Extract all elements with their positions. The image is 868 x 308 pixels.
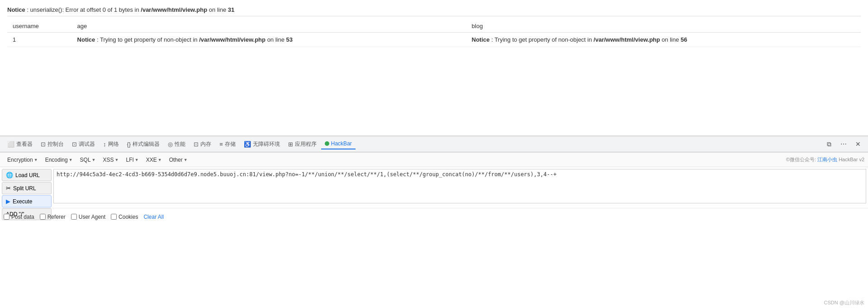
- tab-network-label: 网络: [108, 140, 119, 148]
- user-agent-option[interactable]: User Agent: [71, 214, 105, 220]
- blog-notice-path: /var/www/html/view.php: [593, 36, 660, 43]
- menu-encoding-label: Encoding: [45, 157, 68, 163]
- execute-label: Execute: [13, 198, 32, 205]
- clear-all-button[interactable]: Clear All: [143, 214, 164, 220]
- hackbar-url-area: [53, 169, 866, 206]
- tab-storage-label: 存储: [225, 140, 236, 148]
- notice-bar: Notice : unserialize(): Error at offset …: [7, 4, 861, 16]
- referer-label: Referer: [47, 214, 66, 220]
- tab-console[interactable]: ⊡ 控制台: [37, 139, 67, 150]
- tab-apps[interactable]: ⊞ 应用程序: [285, 139, 320, 150]
- memory-icon: ⊡: [194, 141, 199, 148]
- notice-path: /var/www/html/view.php: [141, 6, 207, 13]
- encryption-arrow-icon: ▼: [34, 158, 38, 162]
- perf-icon: ◎: [168, 141, 173, 148]
- notice-line-text: on line: [209, 6, 228, 13]
- col-header-age: age: [72, 20, 466, 33]
- menu-sql-label: SQL: [80, 157, 91, 163]
- age-notice-label: Notice: [77, 36, 95, 43]
- console-icon: ⊡: [41, 141, 46, 148]
- cell-age: Notice : Trying to get property of non-o…: [72, 33, 466, 47]
- menu-encryption[interactable]: Encryption ▼: [4, 155, 42, 164]
- notice-label: Notice: [7, 6, 25, 13]
- menu-other-label: Other: [169, 157, 183, 163]
- debugger-icon: ⊡: [72, 141, 77, 148]
- devtools-bar: ⬜ 查看器 ⊡ 控制台 ⊡ 调试器 ↕ 网络 {} 样式编辑器 ◎ 性能 ⊡ 内…: [0, 136, 868, 152]
- hackbar-menu: Encryption ▼ Encoding ▼ SQL ▼ XSS ▼ LFI …: [0, 153, 868, 167]
- close-devtools-button[interactable]: ✕: [852, 138, 864, 150]
- notice-text: : unserialize(): Error at offset 0 of 1 …: [27, 6, 141, 13]
- url-input[interactable]: [53, 169, 866, 203]
- tab-a11y-label: 无障碍环境: [253, 140, 280, 148]
- sql-arrow-icon: ▼: [92, 158, 96, 162]
- execute-button[interactable]: ▶ Execute: [2, 195, 52, 207]
- inspector-icon: ⬜: [7, 141, 14, 148]
- tab-memory-label: 内存: [200, 140, 211, 148]
- tab-style-label: 样式编辑器: [133, 140, 160, 148]
- cookies-label: Cookies: [119, 214, 138, 220]
- tab-hackbar[interactable]: HackBar: [321, 139, 356, 149]
- referer-checkbox[interactable]: [40, 214, 46, 220]
- age-notice-line: 53: [286, 36, 293, 43]
- copyright-version: HackBar v2: [839, 157, 864, 162]
- menu-other[interactable]: Other ▼: [166, 155, 191, 164]
- data-table: username age blog 1 Notice : Trying to g…: [7, 20, 861, 47]
- tab-storage[interactable]: ≡ 存储: [216, 139, 239, 150]
- undock-button[interactable]: ⧉: [823, 138, 835, 150]
- menu-sql[interactable]: SQL ▼: [76, 155, 100, 164]
- xss-arrow-icon: ▼: [115, 158, 119, 162]
- tab-debugger[interactable]: ⊡ 调试器: [68, 139, 99, 150]
- menu-encoding[interactable]: Encoding ▼: [42, 155, 76, 164]
- menu-encryption-label: Encryption: [7, 157, 33, 163]
- cookies-option[interactable]: Cookies: [111, 214, 138, 220]
- lfi-arrow-icon: ▼: [135, 158, 139, 162]
- cell-username: 1: [7, 33, 72, 47]
- tab-debugger-label: 调试器: [79, 140, 95, 148]
- cell-blog: Notice : Trying to get property of non-o…: [466, 33, 861, 47]
- post-data-option[interactable]: Post data: [4, 214, 34, 220]
- tab-apps-label: 应用程序: [295, 140, 317, 148]
- hackbar-panel: Encryption ▼ Encoding ▼ SQL ▼ XSS ▼ LFI …: [0, 152, 868, 225]
- referer-option[interactable]: Referer: [40, 214, 66, 220]
- post-data-label: Post data: [11, 214, 34, 220]
- user-agent-checkbox[interactable]: [71, 214, 77, 220]
- menu-lfi-label: LFI: [126, 157, 133, 163]
- other-arrow-icon: ▼: [184, 158, 188, 162]
- tab-perf[interactable]: ◎ 性能: [164, 139, 189, 150]
- hackbar-options: Post data Referer User Agent Cookies Cle…: [0, 208, 868, 225]
- hackbar-dot-icon: [325, 141, 329, 146]
- menu-xss[interactable]: XSS ▼: [100, 155, 123, 164]
- copyright-link: 江南小虫: [817, 157, 837, 162]
- tab-hackbar-label: HackBar: [331, 140, 352, 147]
- split-url-label: Split URL: [13, 185, 36, 192]
- menu-xxe[interactable]: XXE ▼: [142, 155, 166, 164]
- tab-console-label: 控制台: [47, 140, 64, 148]
- post-data-checkbox[interactable]: [4, 214, 9, 220]
- execute-icon: ▶: [6, 198, 10, 205]
- style-icon: {}: [127, 141, 131, 148]
- network-icon: ↕: [103, 141, 106, 148]
- col-header-blog: blog: [466, 20, 861, 33]
- age-notice-line-text: on line: [267, 36, 286, 43]
- load-url-button[interactable]: 🌐 Load URL: [2, 169, 52, 181]
- apps-icon: ⊞: [288, 141, 293, 148]
- hackbar-buttons: 🌐 Load URL ✂ Split URL ▶ Execute ADD "/": [2, 169, 52, 206]
- more-options-button[interactable]: ⋯: [837, 138, 850, 150]
- hackbar-copyright: ©微信公众号: 江南小虫 HackBar v2: [786, 156, 864, 163]
- menu-lfi[interactable]: LFI ▼: [122, 155, 142, 164]
- hackbar-body: 🌐 Load URL ✂ Split URL ▶ Execute ADD "/": [0, 167, 868, 208]
- a11y-icon: ♿: [244, 141, 251, 148]
- age-notice-path: /var/www/html/view.php: [199, 36, 266, 43]
- split-url-button[interactable]: ✂ Split URL: [2, 182, 52, 194]
- menu-xss-label: XSS: [103, 157, 114, 163]
- tab-style[interactable]: {} 样式编辑器: [123, 139, 164, 150]
- cookies-checkbox[interactable]: [111, 214, 117, 220]
- tab-a11y[interactable]: ♿ 无障碍环境: [240, 139, 284, 150]
- menu-xxe-label: XXE: [146, 157, 157, 163]
- tab-inspector[interactable]: ⬜ 查看器: [4, 139, 36, 150]
- tab-memory[interactable]: ⊡ 内存: [190, 139, 215, 150]
- tab-network[interactable]: ↕ 网络: [100, 139, 123, 150]
- blog-notice-label: Notice: [472, 36, 490, 43]
- encoding-arrow-icon: ▼: [69, 158, 73, 162]
- age-notice-text: : Trying to get property of non-object i…: [97, 36, 199, 43]
